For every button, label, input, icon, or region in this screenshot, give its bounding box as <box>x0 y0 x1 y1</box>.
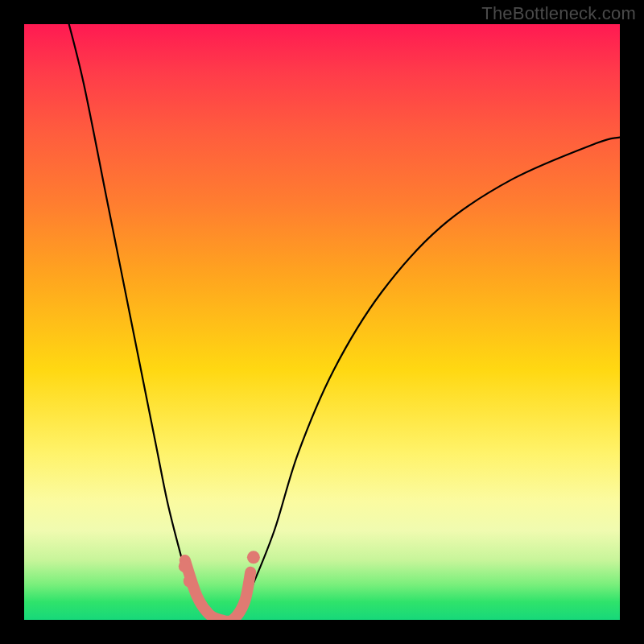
chart-frame: TheBottleneck.com <box>0 0 644 644</box>
bottleneck-curve <box>66 24 620 620</box>
dot-left-lower <box>184 575 196 588</box>
curve-svg <box>24 24 620 620</box>
accent-trough <box>185 560 250 620</box>
dot-left-upper <box>179 559 192 572</box>
dot-upper-right <box>247 551 260 564</box>
watermark-text: TheBottleneck.com <box>481 3 636 24</box>
plot-area <box>24 24 620 620</box>
